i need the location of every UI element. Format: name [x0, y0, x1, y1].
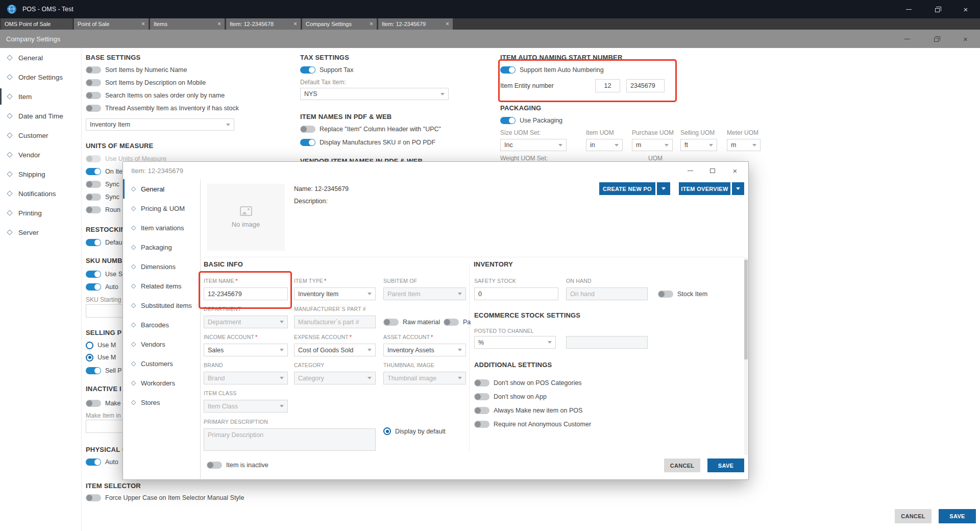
selling-uom-dropdown[interactable]: ft: [680, 139, 717, 151]
item-overview-dropdown-button[interactable]: [732, 182, 744, 195]
toggle-switch[interactable]: [300, 66, 315, 74]
sidebar-item-customer[interactable]: Customer: [0, 126, 81, 145]
window-restore-button[interactable]: [923, 0, 951, 18]
item-uom-dropdown[interactable]: in: [586, 139, 623, 151]
dialog-nav-pricing-uom[interactable]: Pricing & UOM: [123, 199, 200, 218]
item-overview-button[interactable]: ITEM OVERVIEW: [679, 182, 730, 195]
dialog-nav-packaging[interactable]: Packaging: [123, 237, 200, 257]
toggle-switch[interactable]: [444, 319, 459, 326]
toggle-switch[interactable]: [474, 393, 489, 400]
dialog-nav-general[interactable]: General: [123, 179, 200, 199]
size-uom-set-dropdown[interactable]: Inc: [500, 139, 567, 151]
sidebar-item-date-and-time[interactable]: Date and Time: [0, 106, 81, 126]
sidebar-item-printing[interactable]: Printing: [0, 203, 81, 223]
manufacturer-part-input[interactable]: [294, 316, 376, 328]
tab-oms-point-of-sale[interactable]: OMS Point of Sale: [1, 18, 72, 30]
sidebar-item-item[interactable]: Item: [0, 87, 81, 106]
settings-cancel-button[interactable]: CANCEL: [895, 509, 932, 523]
create-new-po-dropdown-button[interactable]: [657, 182, 670, 195]
toggle-switch[interactable]: [86, 168, 101, 175]
toggle-switch[interactable]: [383, 319, 399, 326]
dialog-nav-substituted-items[interactable]: Substituted items: [123, 296, 200, 315]
category-dropdown[interactable]: Category: [294, 372, 376, 384]
sidebar-item-general[interactable]: General: [0, 48, 81, 67]
dialog-nav-related-items[interactable]: Related items: [123, 276, 200, 296]
tab-company-settings[interactable]: Company Settings×: [302, 18, 377, 30]
tab-close-icon[interactable]: ×: [141, 20, 145, 28]
item-type-dropdown[interactable]: Inventory Item: [294, 287, 376, 300]
tab-item-12-2345679[interactable]: Item: 12-2345679×: [378, 18, 453, 30]
settings-save-button[interactable]: SAVE: [939, 509, 976, 523]
sidebar-item-order-settings[interactable]: Order Settings: [0, 67, 81, 87]
radio-button[interactable]: [86, 354, 93, 361]
primary-description-textarea[interactable]: Primary Description: [204, 428, 376, 451]
dialog-nav-barcodes[interactable]: Barcodes: [123, 315, 200, 334]
purchase-uom-dropdown[interactable]: m: [632, 139, 673, 151]
toggle-switch[interactable]: [86, 206, 101, 213]
asset-account-dropdown[interactable]: Inventory Assets: [383, 344, 466, 356]
toggle-switch[interactable]: [500, 117, 516, 124]
toggle-switch[interactable]: [86, 400, 101, 407]
toggle-switch[interactable]: [86, 79, 101, 86]
dialog-nav-stores[interactable]: Stores: [123, 393, 200, 412]
meter-uom-dropdown[interactable]: m: [727, 139, 761, 151]
on-hand-input[interactable]: [566, 287, 648, 300]
subitem-of-dropdown[interactable]: Parent Item: [383, 287, 466, 300]
toggle-switch[interactable]: [86, 66, 101, 74]
sidebar-item-shipping[interactable]: Shipping: [0, 164, 81, 184]
default-tax-item-dropdown[interactable]: NYS: [300, 88, 449, 100]
toggle-switch[interactable]: [86, 283, 101, 291]
tab-item-12-2345678[interactable]: Item: 12-2345678×: [226, 18, 301, 30]
expense-account-dropdown[interactable]: Cost of Goods Sold: [294, 344, 376, 356]
dialog-save-button[interactable]: SAVE: [707, 458, 744, 472]
toggle-switch[interactable]: [86, 239, 101, 246]
dialog-close-button[interactable]: ×: [724, 162, 746, 179]
sidebar-item-server[interactable]: Server: [0, 223, 81, 242]
dialog-minimize-button[interactable]: [679, 162, 701, 179]
toggle-switch[interactable]: [86, 92, 101, 99]
toggle-switch[interactable]: [474, 421, 489, 428]
window-close-button[interactable]: ×: [951, 0, 980, 18]
toggle-switch[interactable]: [86, 271, 101, 278]
dialog-maximize-button[interactable]: [701, 162, 724, 179]
dialog-nav-workorders[interactable]: Workorders: [123, 373, 200, 393]
dialog-nav-item-variations[interactable]: Item variations: [123, 218, 200, 237]
tab-close-icon[interactable]: ×: [446, 20, 449, 28]
toggle-switch[interactable]: [300, 139, 315, 146]
tab-point-of-sale[interactable]: Point of Sale×: [74, 18, 149, 30]
toggle-switch[interactable]: [86, 181, 101, 188]
safety-stock-input[interactable]: [474, 287, 558, 300]
toggle-switch[interactable]: [86, 155, 101, 162]
radio-button[interactable]: [383, 427, 391, 435]
toggle-switch[interactable]: [658, 291, 673, 298]
tab-close-icon[interactable]: ×: [293, 20, 297, 28]
item-name-input[interactable]: [204, 287, 288, 300]
dialog-nav-customers[interactable]: Customers: [123, 354, 200, 373]
posted-to-channel-dropdown[interactable]: %: [474, 336, 556, 349]
tab-items[interactable]: Items×: [150, 18, 225, 30]
settings-minimize-button[interactable]: [893, 30, 922, 48]
dialog-nav-vendors[interactable]: Vendors: [123, 334, 200, 354]
toggle-switch[interactable]: [86, 494, 101, 501]
toggle-switch[interactable]: [86, 458, 101, 466]
toggle-switch[interactable]: [207, 462, 222, 469]
default-item-type-dropdown[interactable]: Inventory Item: [86, 118, 234, 131]
toggle-switch[interactable]: [474, 379, 489, 387]
toggle-switch[interactable]: [300, 126, 315, 133]
tab-close-icon[interactable]: ×: [370, 20, 373, 28]
toggle-switch[interactable]: [86, 194, 101, 201]
department-dropdown[interactable]: Department: [204, 316, 288, 328]
create-new-po-button[interactable]: CREATE NEW PO: [599, 182, 655, 195]
dialog-nav-dimensions[interactable]: Dimensions: [123, 257, 200, 276]
dialog-cancel-button[interactable]: CANCEL: [664, 458, 700, 472]
brand-dropdown[interactable]: Brand: [204, 372, 288, 384]
entity-number-input[interactable]: [626, 79, 665, 92]
toggle-switch[interactable]: [86, 367, 101, 374]
thumbnail-image-dropdown[interactable]: Thumbnail image: [383, 372, 466, 384]
tab-close-icon[interactable]: ×: [217, 20, 221, 28]
radio-button[interactable]: [86, 342, 93, 349]
window-minimize-button[interactable]: [894, 0, 923, 18]
entity-prefix-input[interactable]: [595, 79, 620, 92]
income-account-dropdown[interactable]: Sales: [204, 344, 288, 356]
settings-close-button[interactable]: ×: [951, 30, 980, 48]
